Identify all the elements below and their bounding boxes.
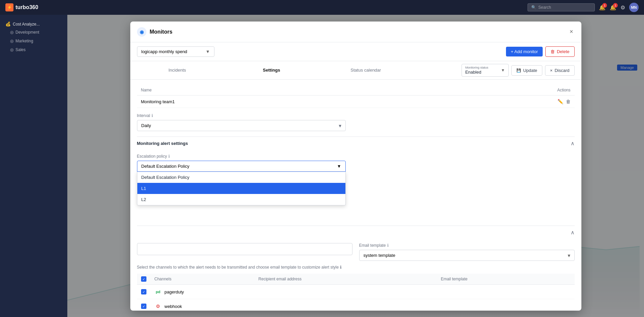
channels-table-header-row: ✓ Channels Recipient email address Email…: [137, 274, 575, 285]
toolbar-actions: + Add monitor 🗑 Delete: [506, 46, 574, 57]
monitoring-status-area: Monitoring status Enabled ▼ 💾 Update ×: [455, 61, 581, 79]
modal-title-area: ◉ Monitors: [137, 27, 173, 37]
interval-section: Interval ℹ Daily Hourly Weekly Monthly ▼: [137, 113, 575, 131]
email-template-select-wrapper: system template ▼: [359, 250, 575, 261]
settings-icon[interactable]: ⚙: [620, 4, 625, 11]
interval-select[interactable]: Daily Hourly Weekly Monthly: [137, 120, 346, 131]
user-avatar[interactable]: MN: [629, 3, 639, 12]
email-template-row: Email template ℹ system template ▼: [137, 243, 575, 261]
escalation-label-row: Escalation policy ℹ: [137, 154, 575, 159]
pagerduty-email-cell: [255, 285, 437, 299]
notifications-icon[interactable]: 🔔 1: [599, 4, 606, 11]
update-label: Update: [523, 68, 537, 73]
channels-email-header: Recipient email address: [255, 274, 437, 285]
escalation-dropdown-menu: Default Escalation Policy L1 L2: [137, 172, 346, 205]
pagerduty-template-cell: [437, 285, 574, 299]
monitoring-status-dropdown[interactable]: Monitoring status Enabled ▼: [462, 64, 509, 77]
alerts-icon[interactable]: 🔔 1: [610, 4, 616, 11]
sidebar-item-development[interactable]: ◎ Development: [0, 28, 67, 37]
sidebar-item-marketing[interactable]: ◎ Marketing: [0, 37, 67, 45]
alert-settings-section-header: Monitoring alert settings ∧: [137, 136, 575, 150]
channel-row-webhook: ✓ ⚙ webhook: [137, 299, 575, 311]
tab-incidents[interactable]: Incidents: [130, 64, 225, 77]
table-header-actions: Actions: [427, 85, 575, 95]
update-button[interactable]: 💾 Update: [511, 65, 542, 76]
monitors-icon: ◉: [137, 27, 146, 37]
table-row: Monitoring team1 ✏️ 🗑: [137, 95, 575, 108]
escalation-option-l1[interactable]: L1: [137, 183, 345, 194]
delete-button[interactable]: 🗑 Delete: [545, 46, 575, 57]
table-row-actions: ✏️ 🗑: [431, 99, 571, 104]
tab-status-calendar[interactable]: Status calendar: [319, 64, 413, 77]
app-logo: ⚡ turbo360: [5, 3, 38, 11]
monitoring-status-value: Enabled: [465, 70, 488, 75]
channels-name-header: Channels: [150, 274, 255, 285]
sidebar: 💰 Cost Analyze... ◎ Development ◎ Market…: [0, 15, 67, 317]
channels-description-text: Select the channels to which the alert n…: [137, 265, 339, 270]
escalation-dropdown-trigger[interactable]: Default Escalation Policy ▼: [137, 161, 346, 172]
monitors-table: Name Actions Monitoring team1 ✏️ 🗑: [137, 85, 575, 108]
channels-info-icon: ℹ: [340, 265, 342, 270]
pagerduty-checkbox[interactable]: ✓: [141, 289, 146, 294]
discard-label: Discard: [554, 68, 569, 73]
escalation-info-icon: ℹ: [168, 154, 170, 159]
pagerduty-icon: pd: [155, 288, 162, 295]
app-name: turbo360: [15, 4, 38, 10]
logo-icon: ⚡: [5, 3, 13, 11]
escalation-arrow: ▼: [337, 164, 341, 169]
discard-button[interactable]: × Discard: [545, 65, 575, 76]
webhook-name: ⚙ webhook: [155, 303, 250, 310]
modal-overlay: ◉ Monitors × logicapp monthly spend ▼ + …: [67, 15, 644, 317]
channels-select-all-checkbox[interactable]: ✓: [141, 276, 146, 282]
development-icon: ◎: [10, 30, 13, 35]
escalation-label: Escalation policy: [137, 154, 167, 159]
monitoring-status-select-wrapper: Monitoring status Enabled ▼: [462, 64, 509, 77]
monitoring-status-label: Monitoring status: [465, 66, 488, 69]
development-label: Development: [15, 30, 39, 35]
update-icon: 💾: [516, 68, 521, 73]
modal-toolbar: logicapp monthly spend ▼ + Add monitor 🗑…: [130, 42, 581, 61]
tabs-container: Incidents Settings Status calendar: [130, 64, 455, 77]
search-bar[interactable]: 🔍 Search: [528, 3, 595, 11]
monitor-dropdown[interactable]: logicapp monthly spend ▼: [137, 46, 214, 57]
sidebar-cost-analyzer-header: 💰 Cost Analyze...: [0, 19, 67, 28]
alert-settings-title: Monitoring alert settings: [137, 141, 188, 146]
marketing-icon: ◎: [10, 39, 13, 43]
top-navigation: ⚡ turbo360 🔍 Search 🔔 1 🔔 1 ⚙ MN: [0, 0, 644, 15]
main-content: ◉ Monitors × logicapp monthly spend ▼ + …: [67, 15, 644, 317]
delete-icon: 🗑: [550, 49, 555, 54]
monitors-modal: ◉ Monitors × logicapp monthly spend ▼ + …: [130, 22, 581, 311]
delete-row-icon[interactable]: 🗑: [566, 99, 571, 104]
modal-header: ◉ Monitors ×: [130, 22, 581, 42]
notification-section-header: ∧: [137, 226, 575, 239]
alert-settings-collapse-icon[interactable]: ∧: [571, 140, 575, 147]
search-placeholder: Search: [538, 5, 551, 10]
notification-input-col: [137, 243, 352, 255]
sidebar-cost-analyzer-label: Cost Analyze...: [13, 22, 40, 27]
escalation-option-l2[interactable]: L2: [137, 194, 345, 205]
add-monitor-button[interactable]: + Add monitor: [506, 47, 543, 56]
email-template-select[interactable]: system template: [359, 250, 575, 261]
modal-close-button[interactable]: ×: [568, 27, 575, 37]
webhook-template-cell: [437, 299, 574, 311]
webhook-icon: ⚙: [155, 303, 162, 310]
edit-icon[interactable]: ✏️: [557, 99, 563, 104]
escalation-value: Default Escalation Policy: [141, 164, 190, 169]
monitoring-status-arrow: ▼: [501, 68, 505, 73]
notification-input[interactable]: [137, 243, 352, 255]
escalation-option-default[interactable]: Default Escalation Policy: [137, 172, 345, 183]
channels-description: Select the channels to which the alert n…: [137, 265, 575, 270]
tab-settings[interactable]: Settings: [225, 64, 319, 77]
interval-select-wrapper: Daily Hourly Weekly Monthly ▼: [137, 120, 346, 131]
interval-info-icon: ℹ: [151, 113, 153, 118]
app-layout: 💰 Cost Analyze... ◎ Development ◎ Market…: [0, 15, 644, 317]
tab-status-calendar-label: Status calendar: [350, 68, 381, 73]
webhook-checkbox[interactable]: ✓: [141, 304, 146, 309]
notification-collapse-icon[interactable]: ∧: [571, 229, 575, 236]
tab-incidents-label: Incidents: [168, 68, 186, 73]
modal-scrollable-content: Name Actions Monitoring team1 ✏️ 🗑: [130, 80, 581, 311]
marketing-label: Marketing: [15, 39, 33, 43]
sidebar-item-sales[interactable]: ◎ Sales: [0, 45, 67, 54]
email-template-label: Email template: [359, 243, 386, 248]
tab-settings-label: Settings: [263, 68, 280, 73]
